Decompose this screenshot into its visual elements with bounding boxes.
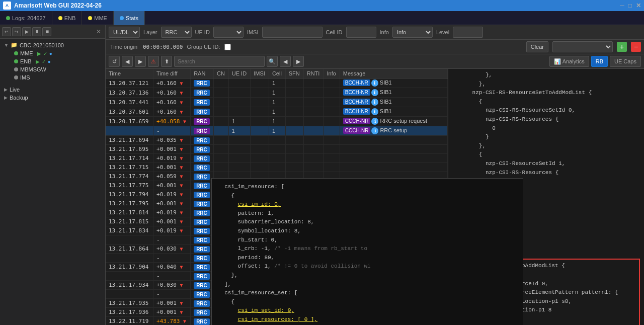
analytics-button[interactable]: 📊 Analytics — [549, 56, 589, 67]
sidebar-item-mbmsgw[interactable]: MBMSGW — [6, 65, 105, 73]
cell-message — [340, 145, 447, 154]
nav-tab-enb[interactable]: ENB — [52, 11, 83, 25]
level-input[interactable] — [453, 27, 483, 38]
cell-ran: RRC — [191, 145, 214, 154]
sidebar-btn-3[interactable]: ▶ — [22, 27, 31, 36]
code-line: rb_start: 0, — [218, 236, 517, 245]
sidebar-btn-1[interactable]: ↩ — [2, 27, 11, 36]
add-button[interactable]: + — [617, 42, 627, 52]
nav-tab-mme[interactable]: MME — [82, 11, 114, 25]
cell-message — [340, 136, 447, 145]
cell-ran: RRC — [191, 235, 214, 245]
cell-cn — [214, 88, 229, 98]
cell-time: 13.20.37.441 — [106, 98, 153, 107]
export-btn[interactable]: ⬆ — [161, 56, 172, 67]
sidebar-btn-5[interactable]: ⏹ — [42, 27, 51, 36]
enb-play-icon[interactable]: ▶ — [36, 59, 40, 64]
rcp-line: nzp-CSI-ResourceSetId 1, — [452, 159, 640, 169]
ue-caps-button[interactable]: UE Caps — [610, 56, 641, 67]
cell-time: 13.20.17.659 — [106, 117, 153, 126]
stats-label: Stats — [126, 15, 138, 21]
cell-cn — [214, 107, 229, 117]
code-line: { — [218, 192, 517, 201]
search-icon-btn[interactable]: 🔍 — [267, 56, 278, 67]
cell-time — [106, 126, 153, 136]
rb-button[interactable]: RB — [591, 56, 608, 67]
alert-btn[interactable]: ⚠ — [148, 56, 159, 67]
cell-timediff: +0.059 ▼ — [153, 172, 191, 181]
msg-icon: ℹ — [371, 108, 378, 115]
sidebar-item-enb[interactable]: ENB ▶ ✓ ● — [6, 57, 105, 65]
cell-time: 13.21.17.904 — [106, 263, 153, 272]
rcp-line: }, — [452, 71, 640, 80]
sidebar-item-live[interactable]: ▶ Live — [0, 86, 105, 94]
refresh-btn[interactable]: ↺ — [109, 56, 120, 67]
sidebar-tree-root[interactable]: ▼ 📁 CBC-2021050100 — [0, 41, 105, 49]
prev-btn[interactable]: ◀ — [122, 56, 133, 67]
clear-button[interactable]: Clear — [526, 41, 548, 52]
enb-extra-icon: ● — [48, 59, 51, 64]
table-row[interactable]: 13.20.37.601 +0.160 ▼ RRC 1 BCCH-NRℹSIB1 — [106, 107, 448, 117]
cell-time: 13.21.17.775 — [106, 181, 153, 190]
group-ue-checkbox[interactable] — [224, 44, 231, 50]
table-row[interactable]: 13.21.17.694 +0.035 ▼ RRC — [106, 136, 448, 145]
sidebar-close-btn[interactable]: ✕ — [94, 28, 103, 35]
table-row[interactable]: 13.21.17.714 +0.019 ▼ RRC — [106, 154, 448, 163]
imsi-input[interactable] — [262, 27, 323, 38]
table-row[interactable]: 13.20.17.659 +40.058 ▼ RRC 1 1 CCCH-NRℹR… — [106, 117, 448, 126]
cell-cell: 1 — [269, 126, 285, 136]
ul-dl-select[interactable]: UL/DLULDL — [109, 27, 140, 38]
cell-sfn — [285, 78, 303, 88]
cell-cell — [269, 145, 285, 154]
nav-tab-logs[interactable]: Logs: 204627 — [0, 11, 52, 25]
sidebar-item-backup[interactable]: ▶ Backup — [0, 94, 105, 102]
minus-button[interactable]: − — [631, 42, 641, 52]
rcp-line: nzp-CSI-RS-ResourceSetToAddModList { — [452, 89, 640, 98]
cell-timediff: +0.160 ▼ — [153, 78, 191, 88]
minimize-btn[interactable]: ─ — [620, 2, 624, 9]
cell-rnti — [303, 78, 324, 88]
maximize-btn[interactable]: □ — [628, 2, 632, 9]
search-input[interactable] — [174, 56, 265, 67]
code-overlay: csi_im_resource: [ { csi_im_id: 0, patte… — [211, 178, 523, 325]
next-btn[interactable]: ▶ — [135, 56, 146, 67]
table-row[interactable]: 13.20.37.441 +0.160 ▼ RRC 1 BCCH-NRℹSIB1 — [106, 98, 448, 107]
table-row[interactable]: 13.21.17.695 +0.001 ▼ RRC — [106, 145, 448, 154]
cell-cn — [214, 154, 229, 163]
info-select[interactable]: Info — [392, 27, 433, 38]
sidebar-item-ims[interactable]: IMS — [6, 73, 105, 82]
filter-btn-2[interactable]: ▶ — [293, 56, 304, 67]
sidebar-item-mme[interactable]: MME ▶ ✓ ● — [6, 49, 105, 57]
table-row[interactable]: 13.20.37.136 +0.160 ▼ RRC 1 BCCH-NRℹSIB1 — [106, 88, 448, 98]
table-row[interactable]: - RRC 1 1 CCCH-NRℹRRC setup — [106, 126, 448, 136]
cell-sfn — [285, 145, 303, 154]
layer-select[interactable]: RRCPDCPRLC — [161, 27, 192, 38]
cell-ueid — [228, 107, 251, 117]
cell-ran: RRC — [191, 208, 214, 217]
sidebar-btn-2[interactable]: ↪ — [12, 27, 21, 36]
cell-ueid — [228, 163, 251, 172]
cell-sfn — [285, 163, 303, 172]
table-row[interactable]: 13.20.37.121 +0.160 ▼ RRC 1 BCCH-NRℹSIB1 — [106, 78, 448, 88]
cell-message: BCCH-NRℹSIB1 — [340, 98, 447, 107]
cell-id-input[interactable] — [346, 27, 376, 38]
filter-btn-1[interactable]: ◀ — [280, 56, 291, 67]
mme-label: MME — [94, 15, 107, 21]
cell-imsi — [251, 117, 269, 126]
col-imsi: IMSI — [251, 69, 269, 78]
col-cell: Cell — [269, 69, 285, 78]
titlebar: A Amarisoft Web GUI 2022-04-26 ─ □ ✕ — [0, 0, 644, 11]
mme-play-icon[interactable]: ▶ — [37, 51, 41, 56]
table-row[interactable]: 13.21.17.715 +0.001 ▼ RRC — [106, 163, 448, 172]
cell-rnti — [303, 163, 324, 172]
sidebar-btn-4[interactable]: ⏸ — [32, 27, 41, 36]
nav-tab-stats[interactable]: Stats — [114, 11, 145, 25]
cell-imsi — [251, 126, 269, 136]
root-label: CBC-2021050100 — [20, 42, 64, 48]
msg-detail: SIB1 — [380, 89, 392, 95]
clear-select[interactable] — [552, 41, 613, 52]
cell-timediff: +0.019 ▼ — [153, 190, 191, 199]
close-btn[interactable]: ✕ — [636, 2, 641, 9]
cell-timediff: +0.019 ▼ — [153, 226, 191, 235]
ue-id-select[interactable] — [213, 27, 244, 38]
